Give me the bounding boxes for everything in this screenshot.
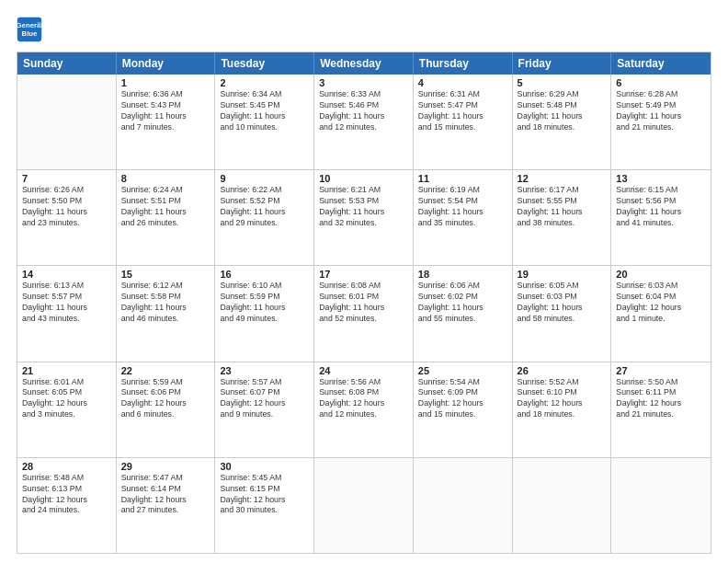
calendar-cell: 18Sunrise: 6:06 AM Sunset: 6:02 PM Dayli… [414,266,513,361]
calendar-header-cell: Sunday [17,52,117,75]
day-number: 2 [220,77,309,88]
cell-info: Sunrise: 6:29 AM Sunset: 5:48 PM Dayligh… [518,89,607,133]
day-number: 22 [121,365,210,376]
calendar-cell: 9Sunrise: 6:22 AM Sunset: 5:52 PM Daylig… [215,170,314,265]
cell-info: Sunrise: 6:08 AM Sunset: 6:01 PM Dayligh… [319,281,408,325]
calendar-cell: 25Sunrise: 5:54 AM Sunset: 6:09 PM Dayli… [414,362,513,457]
day-number: 6 [616,77,706,88]
calendar-cell: 8Sunrise: 6:24 AM Sunset: 5:51 PM Daylig… [117,170,216,265]
calendar-cell: 3Sunrise: 6:33 AM Sunset: 5:46 PM Daylig… [314,75,414,169]
svg-text:Blue: Blue [22,29,39,38]
calendar: SundayMondayTuesdayWednesdayThursdayFrid… [17,52,711,554]
calendar-cell: 13Sunrise: 6:15 AM Sunset: 5:56 PM Dayli… [611,170,711,265]
calendar-cell: 7Sunrise: 6:26 AM Sunset: 5:50 PM Daylig… [17,170,117,265]
day-number: 19 [518,269,607,280]
cell-info: Sunrise: 6:03 AM Sunset: 6:04 PM Dayligh… [616,281,706,325]
calendar-cell [611,458,711,553]
calendar-cell [17,75,117,169]
calendar-cell: 4Sunrise: 6:31 AM Sunset: 5:47 PM Daylig… [414,75,513,169]
calendar-header-cell: Tuesday [215,52,314,75]
calendar-cell: 29Sunrise: 5:47 AM Sunset: 6:14 PM Dayli… [117,458,216,553]
day-number: 11 [418,173,507,184]
calendar-cell: 19Sunrise: 6:05 AM Sunset: 6:03 PM Dayli… [513,266,612,361]
day-number: 15 [121,269,210,280]
cell-info: Sunrise: 5:57 AM Sunset: 6:07 PM Dayligh… [220,377,309,421]
day-number: 4 [418,77,507,88]
day-number: 26 [518,365,607,376]
day-number: 9 [220,173,309,184]
page: General Blue SundayMondayTuesdayWednesda… [0,0,728,563]
day-number: 12 [518,173,607,184]
cell-info: Sunrise: 6:24 AM Sunset: 5:51 PM Dayligh… [121,185,210,229]
cell-info: Sunrise: 6:34 AM Sunset: 5:45 PM Dayligh… [220,89,309,133]
calendar-cell: 17Sunrise: 6:08 AM Sunset: 6:01 PM Dayli… [314,266,414,361]
cell-info: Sunrise: 6:33 AM Sunset: 5:46 PM Dayligh… [319,89,408,133]
day-number: 3 [319,77,408,88]
day-number: 17 [319,269,408,280]
calendar-cell: 22Sunrise: 5:59 AM Sunset: 6:06 PM Dayli… [117,362,216,457]
calendar-header-cell: Monday [117,52,216,75]
day-number: 10 [319,173,408,184]
day-number: 25 [418,365,507,376]
calendar-header-cell: Saturday [611,52,711,75]
day-number: 28 [22,461,111,472]
cell-info: Sunrise: 6:21 AM Sunset: 5:53 PM Dayligh… [319,185,408,229]
calendar-body: 1Sunrise: 6:36 AM Sunset: 5:43 PM Daylig… [17,75,711,553]
cell-info: Sunrise: 5:48 AM Sunset: 6:13 PM Dayligh… [22,473,111,517]
calendar-header-row: SundayMondayTuesdayWednesdayThursdayFrid… [17,52,711,75]
day-number: 16 [220,269,309,280]
day-number: 21 [22,365,111,376]
calendar-cell: 16Sunrise: 6:10 AM Sunset: 5:59 PM Dayli… [215,266,314,361]
calendar-cell: 15Sunrise: 6:12 AM Sunset: 5:58 PM Dayli… [117,266,216,361]
calendar-row: 1Sunrise: 6:36 AM Sunset: 5:43 PM Daylig… [17,75,711,169]
calendar-cell [513,458,612,553]
cell-info: Sunrise: 5:45 AM Sunset: 6:15 PM Dayligh… [220,473,309,517]
day-number: 30 [220,461,309,472]
calendar-cell: 14Sunrise: 6:13 AM Sunset: 5:57 PM Dayli… [17,266,117,361]
day-number: 23 [220,365,309,376]
calendar-header-cell: Friday [513,52,612,75]
cell-info: Sunrise: 6:36 AM Sunset: 5:43 PM Dayligh… [121,89,210,133]
cell-info: Sunrise: 5:47 AM Sunset: 6:14 PM Dayligh… [121,473,210,517]
cell-info: Sunrise: 6:15 AM Sunset: 5:56 PM Dayligh… [616,185,706,229]
cell-info: Sunrise: 6:19 AM Sunset: 5:54 PM Dayligh… [418,185,507,229]
day-number: 29 [121,461,210,472]
calendar-cell: 21Sunrise: 6:01 AM Sunset: 6:05 PM Dayli… [17,362,117,457]
calendar-cell: 10Sunrise: 6:21 AM Sunset: 5:53 PM Dayli… [314,170,414,265]
calendar-cell: 12Sunrise: 6:17 AM Sunset: 5:55 PM Dayli… [513,170,612,265]
day-number: 8 [121,173,210,184]
calendar-cell: 2Sunrise: 6:34 AM Sunset: 5:45 PM Daylig… [215,75,314,169]
calendar-cell: 24Sunrise: 5:56 AM Sunset: 6:08 PM Dayli… [314,362,414,457]
day-number: 13 [616,173,706,184]
cell-info: Sunrise: 6:12 AM Sunset: 5:58 PM Dayligh… [121,281,210,325]
cell-info: Sunrise: 6:28 AM Sunset: 5:49 PM Dayligh… [616,89,706,133]
cell-info: Sunrise: 6:06 AM Sunset: 6:02 PM Dayligh… [418,281,507,325]
calendar-row: 14Sunrise: 6:13 AM Sunset: 5:57 PM Dayli… [17,265,711,361]
day-number: 20 [616,269,706,280]
calendar-cell: 30Sunrise: 5:45 AM Sunset: 6:15 PM Dayli… [215,458,314,553]
calendar-cell: 6Sunrise: 6:28 AM Sunset: 5:49 PM Daylig… [611,75,711,169]
cell-info: Sunrise: 6:13 AM Sunset: 5:57 PM Dayligh… [22,281,111,325]
day-number: 1 [121,77,210,88]
day-number: 14 [22,269,111,280]
cell-info: Sunrise: 5:56 AM Sunset: 6:08 PM Dayligh… [319,377,408,421]
calendar-cell: 23Sunrise: 5:57 AM Sunset: 6:07 PM Dayli… [215,362,314,457]
calendar-row: 7Sunrise: 6:26 AM Sunset: 5:50 PM Daylig… [17,169,711,265]
day-number: 27 [616,365,706,376]
calendar-cell: 26Sunrise: 5:52 AM Sunset: 6:10 PM Dayli… [513,362,612,457]
calendar-cell: 11Sunrise: 6:19 AM Sunset: 5:54 PM Dayli… [414,170,513,265]
cell-info: Sunrise: 5:50 AM Sunset: 6:11 PM Dayligh… [616,377,706,421]
calendar-cell: 27Sunrise: 5:50 AM Sunset: 6:11 PM Dayli… [611,362,711,457]
day-number: 7 [22,173,111,184]
logo-icon: General Blue [17,17,42,42]
calendar-row: 28Sunrise: 5:48 AM Sunset: 6:13 PM Dayli… [17,457,711,553]
calendar-cell: 5Sunrise: 6:29 AM Sunset: 5:48 PM Daylig… [513,75,612,169]
cell-info: Sunrise: 6:10 AM Sunset: 5:59 PM Dayligh… [220,281,309,325]
cell-info: Sunrise: 6:26 AM Sunset: 5:50 PM Dayligh… [22,185,111,229]
calendar-row: 21Sunrise: 6:01 AM Sunset: 6:05 PM Dayli… [17,362,711,457]
day-number: 5 [518,77,607,88]
cell-info: Sunrise: 5:52 AM Sunset: 6:10 PM Dayligh… [518,377,607,421]
cell-info: Sunrise: 5:54 AM Sunset: 6:09 PM Dayligh… [418,377,507,421]
header: General Blue [17,17,711,42]
day-number: 18 [418,269,507,280]
